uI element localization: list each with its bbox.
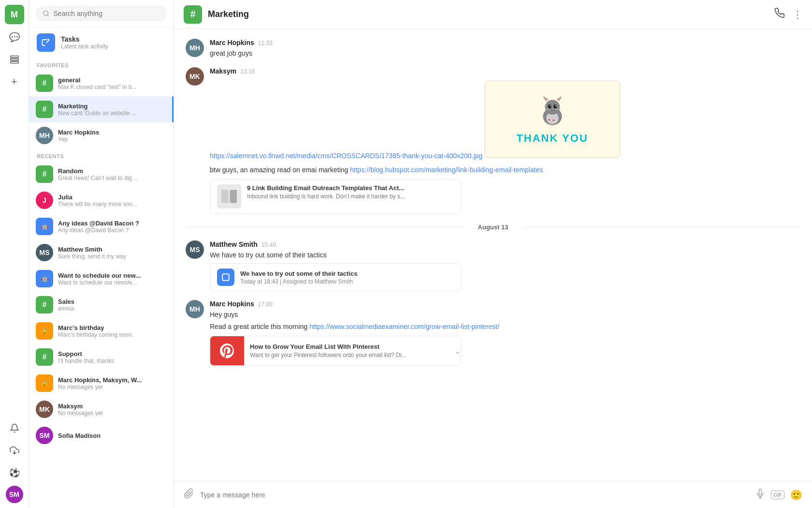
task-title-1: We have to try out some of their tactics [240, 270, 357, 277]
msg-text-5b: Read a great article this morning https:… [210, 322, 800, 332]
channel-item-birthday[interactable]: 🔒 Marc's birthday Marc's birthday coming… [29, 318, 174, 344]
channel-item-sofia[interactable]: SM Sofia Madison [29, 422, 174, 448]
search-bar [29, 0, 174, 28]
channel-item-marc-hopkins[interactable]: MH Marc Hopkins Yep [29, 122, 174, 149]
channel-preview-matthew: Sure thing, send it my way [58, 253, 126, 260]
msg-time-1: 11:33 [258, 40, 273, 46]
microphone-icon[interactable] [755, 489, 765, 501]
expand-article-btn[interactable]: ⌄ [454, 346, 461, 356]
avatar-maksym-msg: MK [186, 67, 204, 86]
notifications-icon[interactable] [5, 419, 24, 437]
msg-author-maksym: Maksym [210, 67, 236, 75]
channel-avatar-support: # [36, 348, 53, 366]
article-thumb-hubspot [217, 184, 241, 209]
channel-preview-sales: emma [58, 305, 74, 312]
svg-point-4 [44, 11, 48, 16]
message-group-5: MH Marc Hopkins 17:00 Hey guys Read a gr… [186, 300, 800, 366]
more-options-icon[interactable]: ⋮ [793, 9, 802, 20]
svg-rect-1 [10, 59, 18, 60]
user-avatar-main[interactable]: M [5, 5, 24, 24]
channel-name-sofia: Sofia Madison [58, 432, 101, 439]
channel-avatar-random: # [36, 165, 53, 183]
search-input[interactable] [54, 10, 160, 17]
tasks-text: Tasks Latest task activity [61, 35, 108, 50]
channel-name-group: Marc Hopkins, Maksym, W... [58, 376, 142, 384]
channel-name-birthday: Marc's birthday [58, 324, 133, 331]
contacts-nav-icon[interactable] [5, 50, 24, 69]
chat-channel-name: Marketing [208, 9, 249, 19]
user-avatar-sofia: SM [36, 427, 53, 444]
channel-item-random[interactable]: # Random Great news! Can't wait to dig .… [29, 161, 174, 187]
article-thumb-pinterest [210, 336, 244, 365]
search-icon [43, 10, 50, 17]
channel-avatar-birthday: 🔒 [36, 322, 53, 340]
channel-preview-group: No messages yet [58, 384, 142, 390]
user-avatar-marc-fav: MH [36, 127, 53, 144]
chat-nav-icon[interactable]: 💬 [5, 28, 24, 46]
msg-content-4: Matthew Smith 15:40 We have to try out s… [210, 240, 800, 291]
tasks-item[interactable]: Tasks Latest task activity [29, 28, 174, 58]
article-title-hubspot: 9 Link Building Email Outreach Templates… [247, 184, 405, 192]
message-group-4: MS Matthew Smith 15:40 We have to try ou… [186, 240, 800, 291]
article-preview-pinterest: How to Grow Your Email List With Pintere… [210, 336, 461, 366]
svg-line-5 [47, 15, 49, 16]
thank-you-image: ♥ ♥ THANK YOU [485, 81, 620, 158]
channel-name-marc: Marc Hopkins [58, 129, 99, 136]
channel-name-sales: Sales [58, 298, 74, 305]
app-sidebar: M 💬 + ⚽ SM [0, 0, 29, 508]
svg-point-16 [555, 105, 556, 106]
task-meta-1: Today at 18:43 | Assigned to Matthew Smi… [240, 278, 357, 285]
channel-item-marketing[interactable]: # Marketing New card 'Guide on website .… [29, 96, 174, 122]
avatar-matthew-msg: MS [186, 240, 204, 259]
channel-preview-birthday: Marc's birthday coming soon. [58, 331, 133, 338]
channel-item-newsletter[interactable]: 🤖 Want to schedule our new... Want to sc… [29, 266, 174, 292]
svg-rect-2 [10, 61, 18, 63]
msg-text-5a: Hey guys [210, 310, 800, 320]
channel-info-birthday: Marc's birthday Marc's birthday coming s… [58, 324, 133, 338]
cat-illustration: ♥ ♥ [536, 94, 569, 128]
channel-info-julia: Julia There will be many more soo... [58, 194, 137, 208]
channel-item-julia[interactable]: J Julia There will be many more soo... [29, 187, 174, 213]
task-card-1[interactable]: We have to try out some of their tactics… [210, 263, 461, 291]
chat-header-left: # Marketing [184, 5, 249, 24]
msg-time-4: 15:40 [261, 241, 276, 248]
svg-point-14 [553, 105, 557, 108]
soccer-icon[interactable]: ⚽ [5, 463, 24, 482]
attach-icon[interactable] [184, 488, 194, 501]
bottom-user-avatar[interactable]: SM [6, 486, 23, 503]
message-input[interactable] [200, 491, 750, 499]
channel-name-marketing: Marketing [58, 103, 136, 110]
add-nav-icon[interactable]: + [5, 73, 24, 91]
channel-info-marketing: Marketing New card 'Guide on website ... [58, 103, 136, 117]
svg-point-13 [548, 105, 551, 108]
pinterest-link[interactable]: https://www.socialmediaexaminer.com/grow… [309, 323, 499, 330]
chat-main: # Marketing ⋮ MH Marc Hopkins 11:33 grea… [174, 0, 812, 508]
channel-name-newsletter: Want to schedule our new... [58, 272, 141, 279]
msg-link-2[interactable]: https://salemnet.vo.llnwd.net/media/cms/… [210, 152, 482, 160]
article-desc-hubspot: Inbound link building is hard work. Don'… [247, 193, 405, 200]
tasks-subtitle: Latest task activity [61, 43, 108, 50]
msg-time-5: 17:00 [258, 301, 273, 308]
channel-item-support[interactable]: # Support I'll handle that, thanks [29, 344, 174, 370]
channel-item-general[interactable]: # general Max K closed card "test" in b.… [29, 70, 174, 96]
input-actions: GIF 🙂 [755, 489, 802, 501]
phone-icon[interactable] [774, 8, 785, 21]
channel-item-maksym[interactable]: MK Maksym No messages yet [29, 396, 174, 422]
svg-rect-26 [230, 190, 237, 203]
emoji-icon[interactable]: 🙂 [790, 489, 802, 501]
gif-icon[interactable]: GIF [771, 491, 784, 499]
chat-header-actions: ⋮ [774, 8, 802, 21]
channel-name-random: Random [58, 167, 138, 175]
msg-text-1: great job guys [210, 48, 800, 59]
channel-item-group[interactable]: 🔒 Marc Hopkins, Maksym, W... No messages… [29, 370, 174, 396]
channel-item-matthew[interactable]: MS Matthew Smith Sure thing, send it my … [29, 239, 174, 266]
message-group-1: MH Marc Hopkins 11:33 great job guys [186, 39, 800, 59]
channel-preview-david: Any ideas @David Bacon ? [58, 227, 139, 234]
svg-text:♥: ♥ [548, 118, 550, 121]
channel-item-david-bacon[interactable]: 🤖 Any ideas @David Bacon ? Any ideas @Da… [29, 213, 174, 239]
search-input-wrap[interactable] [36, 6, 167, 21]
msg-header-5: Marc Hopkins 17:00 [210, 300, 800, 308]
hubspot-link[interactable]: https://blog.hubspot.com/marketing/link-… [350, 166, 543, 174]
download-icon[interactable] [5, 441, 24, 460]
channel-item-sales[interactable]: # Sales emma [29, 292, 174, 318]
